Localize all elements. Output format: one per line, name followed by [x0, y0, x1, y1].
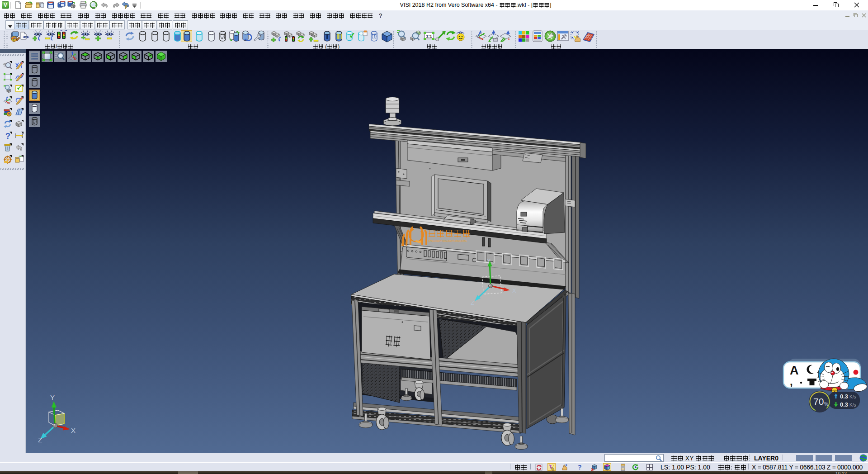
svg-text:,: , — [790, 375, 793, 388]
svg-text:Y: Y — [487, 257, 491, 264]
svg-text:X: X — [71, 427, 75, 434]
svg-text:0.3: 0.3 — [840, 401, 848, 408]
svg-text:Y: Y — [50, 393, 55, 401]
svg-text:Z: Z — [38, 436, 42, 444]
svg-text:K/s: K/s — [849, 394, 856, 399]
svg-text:?: ? — [578, 464, 582, 471]
svg-text:70: 70 — [813, 396, 824, 407]
svg-text:Z: Z — [471, 299, 474, 306]
svg-text:X: X — [512, 287, 516, 294]
svg-text:0.3: 0.3 — [840, 393, 848, 400]
svg-text:%: % — [824, 402, 828, 407]
svg-text:K/s: K/s — [849, 403, 856, 408]
